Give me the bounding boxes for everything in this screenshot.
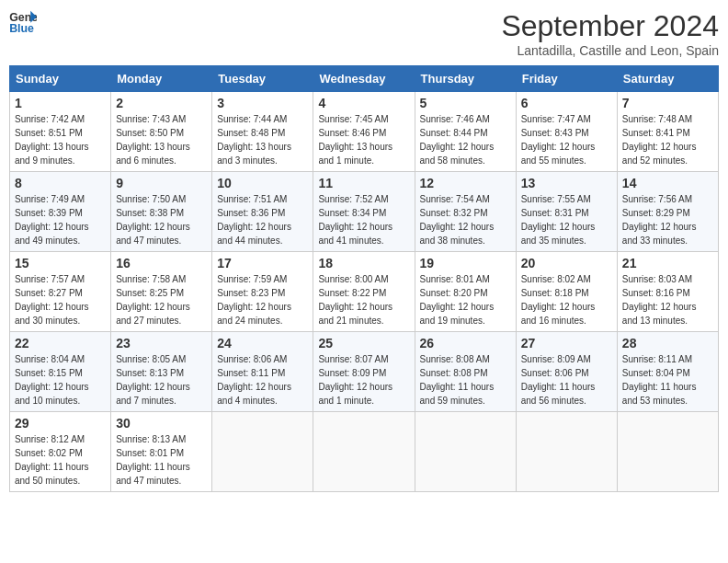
day-info: Sunrise: 7:58 AMSunset: 8:25 PMDaylight:… — [116, 272, 207, 327]
calendar-cell — [313, 412, 415, 492]
calendar-cell: 24Sunrise: 8:06 AMSunset: 8:11 PMDayligh… — [212, 332, 313, 412]
day-info: Sunrise: 7:42 AMSunset: 8:51 PMDaylight:… — [15, 112, 106, 167]
day-number: 19 — [420, 256, 511, 270]
day-info: Sunrise: 7:55 AMSunset: 8:31 PMDaylight:… — [521, 192, 612, 247]
day-info: Sunrise: 7:46 AMSunset: 8:44 PMDaylight:… — [420, 112, 511, 167]
day-number: 8 — [15, 176, 106, 190]
day-number: 26 — [420, 336, 511, 350]
day-info: Sunrise: 8:06 AMSunset: 8:11 PMDaylight:… — [217, 352, 308, 408]
calendar-cell: 2Sunrise: 7:43 AMSunset: 8:50 PMDaylight… — [111, 92, 212, 172]
day-number: 6 — [521, 96, 612, 110]
day-number: 17 — [217, 256, 308, 270]
calendar-cell — [516, 412, 617, 492]
logo-icon: General Blue — [9, 9, 37, 35]
day-info: Sunrise: 8:01 AMSunset: 8:20 PMDaylight:… — [420, 272, 511, 327]
calendar-cell: 20Sunrise: 8:02 AMSunset: 8:18 PMDayligh… — [516, 252, 617, 332]
calendar-week-1: 1Sunrise: 7:42 AMSunset: 8:51 PMDaylight… — [10, 92, 719, 172]
header-wednesday: Wednesday — [313, 66, 415, 92]
logo: General Blue — [9, 9, 37, 35]
day-number: 5 — [420, 96, 511, 110]
day-number: 12 — [420, 176, 511, 190]
calendar-table: SundayMondayTuesdayWednesdayThursdayFrid… — [9, 65, 719, 492]
day-info: Sunrise: 8:11 AMSunset: 8:04 PMDaylight:… — [622, 352, 713, 408]
day-number: 13 — [521, 176, 612, 190]
title-area: September 2024 Lantadilla, Castille and … — [501, 9, 719, 58]
calendar-week-3: 15Sunrise: 7:57 AMSunset: 8:27 PMDayligh… — [10, 252, 719, 332]
calendar-cell: 11Sunrise: 7:52 AMSunset: 8:34 PMDayligh… — [313, 172, 415, 252]
day-number: 10 — [217, 176, 308, 190]
day-number: 21 — [622, 256, 713, 270]
calendar-cell: 22Sunrise: 8:04 AMSunset: 8:15 PMDayligh… — [10, 332, 111, 412]
day-number: 24 — [217, 336, 308, 350]
day-number: 25 — [318, 336, 409, 350]
header-row: SundayMondayTuesdayWednesdayThursdayFrid… — [10, 66, 719, 92]
day-number: 2 — [116, 96, 207, 110]
calendar-cell: 21Sunrise: 8:03 AMSunset: 8:16 PMDayligh… — [617, 252, 718, 332]
header-tuesday: Tuesday — [212, 66, 313, 92]
calendar-cell: 12Sunrise: 7:54 AMSunset: 8:32 PMDayligh… — [415, 172, 516, 252]
day-info: Sunrise: 7:43 AMSunset: 8:50 PMDaylight:… — [116, 112, 207, 167]
calendar-cell: 7Sunrise: 7:48 AMSunset: 8:41 PMDaylight… — [617, 92, 718, 172]
day-info: Sunrise: 8:03 AMSunset: 8:16 PMDaylight:… — [622, 272, 713, 327]
day-number: 30 — [116, 416, 207, 431]
svg-text:Blue: Blue — [9, 22, 34, 35]
calendar-cell: 19Sunrise: 8:01 AMSunset: 8:20 PMDayligh… — [415, 252, 516, 332]
day-number: 23 — [116, 336, 207, 350]
calendar-cell: 26Sunrise: 8:08 AMSunset: 8:08 PMDayligh… — [415, 332, 516, 412]
day-number: 15 — [15, 256, 106, 270]
calendar-cell — [212, 412, 313, 492]
day-info: Sunrise: 7:44 AMSunset: 8:48 PMDaylight:… — [217, 112, 308, 167]
day-number: 22 — [15, 336, 106, 350]
calendar-cell: 6Sunrise: 7:47 AMSunset: 8:43 PMDaylight… — [516, 92, 617, 172]
calendar-cell: 9Sunrise: 7:50 AMSunset: 8:38 PMDaylight… — [111, 172, 212, 252]
header-sunday: Sunday — [10, 66, 111, 92]
calendar-cell: 10Sunrise: 7:51 AMSunset: 8:36 PMDayligh… — [212, 172, 313, 252]
header-monday: Monday — [111, 66, 212, 92]
day-number: 27 — [521, 336, 612, 350]
day-info: Sunrise: 7:56 AMSunset: 8:29 PMDaylight:… — [622, 192, 713, 247]
location-subtitle: Lantadilla, Castille and Leon, Spain — [501, 43, 719, 58]
day-number: 11 — [318, 176, 409, 190]
day-info: Sunrise: 7:52 AMSunset: 8:34 PMDaylight:… — [318, 192, 409, 247]
day-info: Sunrise: 7:57 AMSunset: 8:27 PMDaylight:… — [15, 272, 106, 327]
calendar-cell: 18Sunrise: 8:00 AMSunset: 8:22 PMDayligh… — [313, 252, 415, 332]
day-info: Sunrise: 8:07 AMSunset: 8:09 PMDaylight:… — [318, 352, 409, 408]
day-number: 1 — [15, 96, 106, 110]
calendar-cell — [415, 412, 516, 492]
calendar-cell: 29Sunrise: 8:12 AMSunset: 8:02 PMDayligh… — [10, 412, 111, 492]
calendar-cell: 28Sunrise: 8:11 AMSunset: 8:04 PMDayligh… — [617, 332, 718, 412]
calendar-cell: 14Sunrise: 7:56 AMSunset: 8:29 PMDayligh… — [617, 172, 718, 252]
day-info: Sunrise: 7:49 AMSunset: 8:39 PMDaylight:… — [15, 192, 106, 247]
day-info: Sunrise: 8:05 AMSunset: 8:13 PMDaylight:… — [116, 352, 207, 408]
day-info: Sunrise: 8:12 AMSunset: 8:02 PMDaylight:… — [15, 432, 106, 488]
day-number: 3 — [217, 96, 308, 110]
calendar-week-2: 8Sunrise: 7:49 AMSunset: 8:39 PMDaylight… — [10, 172, 719, 252]
header-saturday: Saturday — [617, 66, 718, 92]
day-info: Sunrise: 8:00 AMSunset: 8:22 PMDaylight:… — [318, 272, 409, 327]
calendar-cell: 3Sunrise: 7:44 AMSunset: 8:48 PMDaylight… — [212, 92, 313, 172]
day-info: Sunrise: 7:47 AMSunset: 8:43 PMDaylight:… — [521, 112, 612, 167]
day-info: Sunrise: 7:59 AMSunset: 8:23 PMDaylight:… — [217, 272, 308, 327]
day-number: 18 — [318, 256, 409, 270]
day-info: Sunrise: 7:48 AMSunset: 8:41 PMDaylight:… — [622, 112, 713, 167]
header-thursday: Thursday — [415, 66, 516, 92]
calendar-week-4: 22Sunrise: 8:04 AMSunset: 8:15 PMDayligh… — [10, 332, 719, 412]
day-info: Sunrise: 8:04 AMSunset: 8:15 PMDaylight:… — [15, 352, 106, 408]
day-number: 29 — [15, 416, 106, 431]
calendar-cell: 23Sunrise: 8:05 AMSunset: 8:13 PMDayligh… — [111, 332, 212, 412]
day-info: Sunrise: 7:50 AMSunset: 8:38 PMDaylight:… — [116, 192, 207, 247]
day-number: 16 — [116, 256, 207, 270]
calendar-cell: 4Sunrise: 7:45 AMSunset: 8:46 PMDaylight… — [313, 92, 415, 172]
day-info: Sunrise: 8:13 AMSunset: 8:01 PMDaylight:… — [116, 432, 207, 488]
calendar-cell: 15Sunrise: 7:57 AMSunset: 8:27 PMDayligh… — [10, 252, 111, 332]
page-header: General Blue September 2024 Lantadilla, … — [9, 9, 719, 58]
day-info: Sunrise: 7:51 AMSunset: 8:36 PMDaylight:… — [217, 192, 308, 247]
day-number: 20 — [521, 256, 612, 270]
day-info: Sunrise: 7:45 AMSunset: 8:46 PMDaylight:… — [318, 112, 409, 167]
day-info: Sunrise: 8:02 AMSunset: 8:18 PMDaylight:… — [521, 272, 612, 327]
calendar-week-5: 29Sunrise: 8:12 AMSunset: 8:02 PMDayligh… — [10, 412, 719, 492]
month-title: September 2024 — [501, 9, 719, 43]
day-info: Sunrise: 8:09 AMSunset: 8:06 PMDaylight:… — [521, 352, 612, 408]
calendar-cell — [617, 412, 718, 492]
day-number: 28 — [622, 336, 713, 350]
